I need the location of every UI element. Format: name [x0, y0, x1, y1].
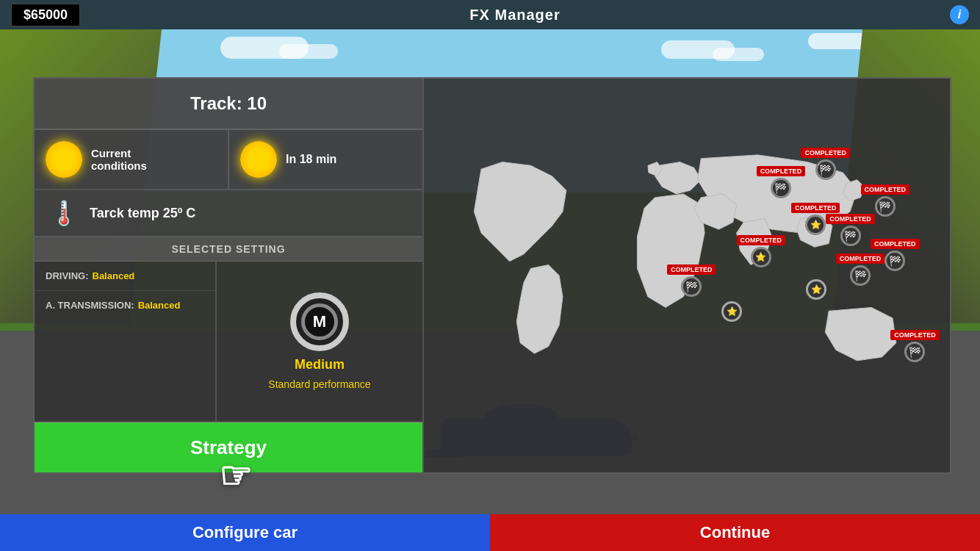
- selected-setting-label: SELECTED SETTING: [40, 243, 417, 255]
- current-conditions-box: Currentconditions: [35, 130, 229, 189]
- track-title: Track: 10: [49, 93, 408, 114]
- marker-circle: 🏁: [771, 178, 791, 198]
- driving-settings: DRIVING: Balanced A. TRANSMISSION: Balan…: [35, 262, 217, 421]
- sun-icon-future: [240, 141, 277, 178]
- map-marker-china: COMPLETED 🏁: [871, 239, 920, 271]
- marker-circle: 🏁: [875, 196, 896, 217]
- track-temp-label: Tarck temp 25º C: [90, 206, 195, 221]
- map-marker-africa: COMPLETED ⭐: [737, 235, 786, 267]
- current-conditions-label: Currentconditions: [91, 147, 147, 172]
- world-map-container: COMPLETED 🏁 COMPLETED 🏁 COMPLETED 🏁 COMP…: [439, 93, 935, 458]
- configure-car-button[interactable]: Configure car: [0, 514, 490, 551]
- marker-circle-inactive2: ⭐: [806, 279, 826, 300]
- future-conditions-time: In 18 min: [286, 153, 336, 166]
- driving-key: DRIVING:: [46, 270, 89, 281]
- right-panel: COMPLETED 🏁 COMPLETED 🏁 COMPLETED 🏁 COMP…: [424, 79, 950, 472]
- map-marker-japan: COMPLETED 🏁: [861, 184, 910, 217]
- marker-completed-label: COMPLETED: [861, 184, 910, 195]
- configure-car-label: Configure car: [192, 523, 298, 542]
- tire-letter: M: [313, 312, 326, 331]
- bottom-bar: Configure car Continue: [0, 514, 980, 551]
- cloud: [713, 48, 764, 61]
- info-button[interactable]: i: [950, 5, 969, 24]
- marker-completed-label: COMPLETED: [737, 235, 786, 245]
- map-marker-current1: ⭐: [721, 301, 742, 322]
- driving-item: DRIVING: Balanced: [35, 262, 215, 291]
- strategy-button[interactable]: Strategy ☞: [35, 422, 422, 472]
- marker-circle: 🏁: [850, 265, 871, 286]
- tire-desc: Standard performance: [268, 378, 370, 390]
- marker-completed-label: COMPLETED: [757, 166, 806, 176]
- cursor-hand-icon: ☞: [219, 458, 252, 494]
- tire-inner: M: [301, 303, 338, 340]
- sun-icon: [46, 141, 82, 178]
- settings-row: DRIVING: Balanced A. TRANSMISSION: Balan…: [35, 262, 422, 422]
- thermometer-icon: 🌡️: [49, 199, 79, 227]
- tire-setting: M Medium Standard performance: [217, 262, 422, 421]
- transmission-key: A. TRANSMISSION:: [46, 300, 134, 311]
- marker-circle: 🏁: [904, 342, 925, 362]
- continue-button[interactable]: Continue: [490, 514, 980, 551]
- future-conditions-box: In 18 min: [229, 130, 422, 189]
- marker-completed-label: COMPLETED: [871, 239, 920, 249]
- cloud: [279, 44, 338, 59]
- map-marker-south-america: COMPLETED 🏁: [667, 264, 716, 297]
- selected-setting-bar: SELECTED SETTING: [35, 237, 422, 262]
- marker-circle: 🏁: [815, 159, 836, 180]
- map-marker-europe1: COMPLETED 🏁: [757, 166, 806, 198]
- map-marker-europe2: COMPLETED 🏁: [801, 148, 850, 180]
- app-title: FX Manager: [469, 7, 560, 24]
- marker-circle: ⭐: [751, 247, 771, 267]
- marker-circle: 🏁: [840, 226, 861, 246]
- track-header: Track: 10: [35, 79, 422, 130]
- left-panel: Track: 10 Currentconditions In 18 min 🌡️…: [35, 79, 424, 472]
- conditions-row: Currentconditions In 18 min: [35, 130, 422, 190]
- money-display: $65000: [11, 4, 80, 26]
- tire-icon: M: [290, 292, 349, 351]
- transmission-value: Balanced: [138, 300, 181, 311]
- marker-circle: ⭐: [805, 215, 826, 235]
- marker-circle: 🏁: [681, 276, 702, 297]
- marker-circle: 🏁: [884, 251, 905, 271]
- marker-completed-label: COMPLETED: [791, 203, 840, 213]
- marker-completed-label: COMPLETED: [667, 264, 716, 275]
- main-panel: Track: 10 Currentconditions In 18 min 🌡️…: [33, 77, 951, 474]
- marker-completed-label: COMPLETED: [890, 330, 940, 340]
- track-temp-row: 🌡️ Tarck temp 25º C: [35, 190, 422, 237]
- driving-value: Balanced: [93, 270, 135, 281]
- transmission-item: A. TRANSMISSION: Balanced: [35, 291, 215, 320]
- marker-circle-inactive: ⭐: [721, 301, 742, 322]
- map-marker-india: COMPLETED 🏁: [826, 214, 875, 246]
- top-bar: $65000 FX Manager i: [0, 0, 980, 29]
- map-marker-australia: COMPLETED 🏁: [890, 330, 940, 362]
- tire-name: Medium: [295, 357, 345, 372]
- marker-completed-label: COMPLETED: [801, 148, 850, 158]
- map-marker-current2: ⭐: [806, 279, 826, 300]
- continue-label: Continue: [700, 523, 770, 542]
